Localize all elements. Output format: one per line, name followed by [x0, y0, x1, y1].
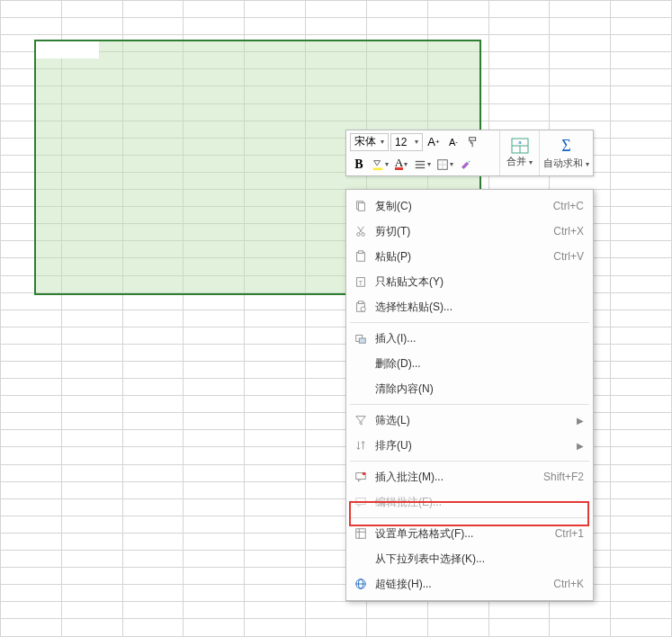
- cell[interactable]: [427, 35, 488, 52]
- cell[interactable]: [306, 35, 367, 52]
- cell[interactable]: [245, 258, 306, 275]
- cell[interactable]: [427, 103, 488, 121]
- cell[interactable]: [1, 585, 62, 602]
- cell[interactable]: [122, 190, 184, 207]
- cell[interactable]: [122, 413, 184, 430]
- cell[interactable]: [184, 344, 245, 361]
- cell[interactable]: [122, 275, 184, 292]
- autosum-button[interactable]: Σ 自动求和 ▾: [539, 130, 593, 175]
- cell[interactable]: [245, 35, 306, 52]
- cell[interactable]: [1, 155, 62, 172]
- cell[interactable]: [122, 138, 184, 155]
- cell[interactable]: [245, 568, 306, 585]
- cell[interactable]: [61, 69, 122, 86]
- cell[interactable]: [245, 447, 306, 464]
- cell[interactable]: [61, 18, 122, 35]
- cell[interactable]: [611, 379, 672, 396]
- cell[interactable]: [245, 344, 306, 361]
- cell[interactable]: [1, 138, 62, 155]
- cell[interactable]: [611, 585, 672, 602]
- cell[interactable]: [611, 533, 672, 550]
- cell[interactable]: [61, 481, 122, 498]
- cell[interactable]: [611, 292, 672, 310]
- menu-insert-comment[interactable]: 插入批注(M)... Shift+F2: [346, 464, 593, 489]
- cell[interactable]: [366, 619, 427, 637]
- cell[interactable]: [184, 327, 245, 344]
- cell[interactable]: [611, 121, 672, 138]
- cell[interactable]: [61, 464, 122, 481]
- cell[interactable]: [245, 585, 306, 602]
- cell[interactable]: [245, 413, 306, 430]
- cell[interactable]: [61, 52, 122, 69]
- cell[interactable]: [184, 172, 245, 189]
- cell[interactable]: [61, 241, 122, 258]
- cell[interactable]: [245, 481, 306, 498]
- cell[interactable]: [184, 516, 245, 533]
- cell[interactable]: [611, 464, 672, 481]
- cell[interactable]: [427, 602, 488, 619]
- cell[interactable]: [611, 35, 672, 52]
- cell[interactable]: [611, 396, 672, 413]
- cell[interactable]: [1, 275, 62, 292]
- cell[interactable]: [611, 568, 672, 585]
- cell[interactable]: [611, 69, 672, 86]
- cell[interactable]: [611, 602, 672, 619]
- cell[interactable]: [1, 551, 62, 568]
- cell[interactable]: [122, 86, 184, 103]
- cell[interactable]: [245, 275, 306, 292]
- cell[interactable]: [122, 207, 184, 224]
- cell[interactable]: [245, 327, 306, 344]
- cell[interactable]: [611, 344, 672, 361]
- cell[interactable]: [245, 207, 306, 224]
- cell[interactable]: [488, 602, 550, 619]
- cell[interactable]: [245, 619, 306, 637]
- cell[interactable]: [245, 533, 306, 550]
- cell[interactable]: [61, 516, 122, 533]
- cell[interactable]: [184, 430, 245, 447]
- cell[interactable]: [488, 103, 550, 121]
- cell[interactable]: [611, 413, 672, 430]
- cell[interactable]: [1, 602, 62, 619]
- cell[interactable]: [1, 103, 62, 121]
- cell[interactable]: [611, 172, 672, 189]
- cell[interactable]: [61, 602, 122, 619]
- cell[interactable]: [611, 361, 672, 378]
- cell[interactable]: [550, 18, 611, 35]
- cell[interactable]: [611, 310, 672, 327]
- cell[interactable]: [122, 551, 184, 568]
- cell[interactable]: [61, 533, 122, 550]
- cell[interactable]: [184, 464, 245, 481]
- cell[interactable]: [611, 103, 672, 121]
- cell[interactable]: [1, 481, 62, 498]
- cell[interactable]: [184, 361, 245, 378]
- cell[interactable]: [1, 430, 62, 447]
- decrease-font-button[interactable]: A-: [444, 132, 462, 152]
- cell[interactable]: [122, 533, 184, 550]
- cell[interactable]: [122, 52, 184, 69]
- cell[interactable]: [1, 86, 62, 103]
- cell[interactable]: [1, 172, 62, 189]
- cell[interactable]: [1, 413, 62, 430]
- cell[interactable]: [488, 1, 550, 18]
- cell[interactable]: [245, 18, 306, 35]
- cell[interactable]: [184, 498, 245, 516]
- menu-cut[interactable]: 剪切(T) Ctrl+X: [346, 219, 593, 244]
- cell[interactable]: [245, 379, 306, 396]
- cell[interactable]: [366, 69, 427, 86]
- cell[interactable]: [61, 1, 122, 18]
- cell[interactable]: [184, 258, 245, 275]
- cell[interactable]: [611, 155, 672, 172]
- cell[interactable]: [611, 18, 672, 35]
- cell[interactable]: [245, 86, 306, 103]
- cell[interactable]: [184, 18, 245, 35]
- cell[interactable]: [1, 258, 62, 275]
- border-button[interactable]: ▾: [435, 155, 455, 175]
- cell[interactable]: [245, 602, 306, 619]
- cell[interactable]: [366, 35, 427, 52]
- cell[interactable]: [61, 430, 122, 447]
- format-brush-button[interactable]: [464, 132, 482, 152]
- cell[interactable]: [550, 86, 611, 103]
- cell[interactable]: [1, 344, 62, 361]
- cell[interactable]: [61, 103, 122, 121]
- cell[interactable]: [1, 327, 62, 344]
